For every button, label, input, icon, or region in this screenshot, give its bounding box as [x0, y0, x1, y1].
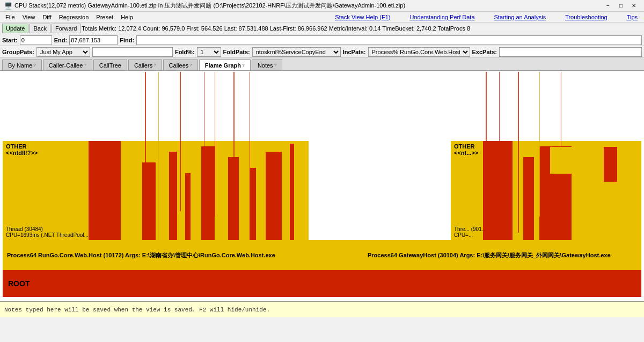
red-col-9: [290, 144, 294, 240]
understanding-perf-link[interactable]: Understanding Perf Data: [405, 13, 479, 21]
red-col-4: [185, 173, 191, 240]
end-label: End:: [54, 37, 67, 43]
foldpats-label: FoldPats:: [223, 49, 250, 55]
toolbar: Update Back Forward Totals Metric: 12,07…: [0, 23, 644, 34]
find-label: Find:: [120, 37, 134, 43]
incpats-select[interactable]: Process% RunGo.Core.Web.Host: [368, 47, 470, 57]
start-label: Start:: [2, 37, 18, 43]
tab-caller-callee[interactable]: Caller-Callee?: [43, 60, 92, 70]
menu-view[interactable]: View: [19, 13, 39, 21]
troubleshooting-link[interactable]: Troubleshooting: [561, 13, 611, 21]
vline-5: [215, 72, 215, 217]
red-col-r2: [523, 157, 534, 240]
vline-3: [180, 72, 181, 211]
excpats-label: ExcPats:: [472, 49, 497, 55]
start-input[interactable]: [20, 35, 52, 45]
fold-label: Fold%:: [175, 49, 195, 55]
menu-bar: File View Diff Regression Preset Help St…: [0, 12, 644, 23]
tab-notes[interactable]: Notes?: [252, 60, 282, 70]
folder-pattern-input[interactable]: [92, 47, 173, 57]
process-left-label: Process64 RunGo.Core.Web.Host (10172) Ar…: [7, 251, 275, 259]
main-content: ROOT Process64 RunGo.Core.Web.Host (1017…: [0, 71, 644, 301]
flame-graph[interactable]: ROOT Process64 RunGo.Core.Web.Host (1017…: [3, 72, 641, 297]
close-button[interactable]: ✕: [628, 2, 640, 10]
tabs-bar: By Name? Caller-Callee? CallTree Callers…: [0, 58, 644, 71]
grouppats-dropdown[interactable]: Just My App: [36, 47, 90, 57]
title-bar: 🖥️ CPU Stacks(12,072 metric) GatewayAdmi…: [0, 0, 644, 12]
window-title: CPU Stacks(12,072 metric) GatewayAdmin-1…: [14, 2, 602, 10]
red-col-8: [266, 152, 282, 240]
vline-6: [233, 72, 235, 233]
vline-1: [145, 72, 146, 240]
red-col-5: [201, 146, 215, 240]
end-input[interactable]: [69, 35, 118, 45]
red-col-7: [250, 168, 256, 240]
root-label: ROOT: [8, 279, 30, 288]
foldpats-select[interactable]: ntoskrnl%ServiceCopyEnd: [252, 47, 341, 57]
tips-link[interactable]: Tips: [623, 13, 642, 21]
tab-callers[interactable]: Callers?: [128, 60, 162, 70]
menu-diff[interactable]: Diff: [39, 13, 54, 21]
vline-r3: [518, 72, 519, 233]
vline-4: [204, 72, 204, 227]
tab-by-name[interactable]: By Name?: [2, 60, 42, 70]
grouppats-row: GroupPats: Just My App Fold%: 1 FoldPats…: [0, 46, 644, 58]
thread-left-info: Thread (30484) CPU=1693ms (.NET ThreadPo…: [3, 224, 309, 240]
vline-2: [158, 72, 159, 240]
grouppats-label: GroupPats:: [2, 49, 34, 55]
red-in-gold-right: [604, 147, 617, 182]
process-right-label: Process64 GatewayHost (30104) Args: E:\服…: [368, 251, 611, 259]
vline-r2: [499, 72, 500, 222]
menu-file[interactable]: File: [2, 13, 18, 21]
red-col-3: [169, 152, 177, 240]
red-col-r1: [483, 141, 513, 240]
red-col-2: [142, 162, 156, 240]
other-left-block: OTHER <<ntdll!?>> Thread (30484) CPU=169…: [3, 141, 309, 240]
vline-r1: [486, 72, 487, 240]
process-right-bar: Process64 GatewayHost (30104) Args: E:\服…: [363, 240, 641, 270]
menu-preset[interactable]: Preset: [93, 13, 116, 21]
notes-area: Notes typed here will be saved when the …: [0, 301, 644, 317]
incpats-label: IncPats:: [343, 49, 366, 55]
window-controls: − □ ✕: [602, 2, 640, 10]
fold-select[interactable]: 1: [197, 47, 221, 57]
maximize-button[interactable]: □: [615, 2, 627, 10]
back-button[interactable]: Back: [30, 24, 50, 33]
excpats-input[interactable]: [499, 47, 642, 57]
stack-view-help-link[interactable]: Stack View Help (F1): [331, 13, 394, 21]
update-button[interactable]: Update: [2, 24, 28, 33]
gold-block-top-right: [550, 147, 593, 174]
vline-r4: [539, 72, 540, 217]
menu-regression[interactable]: Regression: [56, 13, 92, 21]
red-col-1: [89, 141, 121, 240]
starting-analysis-link[interactable]: Starting an Analysis: [490, 13, 551, 21]
forward-button[interactable]: Forward: [52, 24, 80, 33]
root-bar: ROOT: [3, 270, 641, 297]
menu-help[interactable]: Help: [118, 13, 136, 21]
notes-text: Notes typed here will be saved when the …: [4, 307, 270, 313]
vline-7: [250, 72, 250, 222]
time-range-row: Start: End: Find:: [0, 34, 644, 46]
tab-flame-graph[interactable]: Flame Graph?: [199, 60, 251, 70]
find-input[interactable]: [136, 35, 642, 45]
other-left-label: OTHER <<ntdll!?>>: [3, 141, 309, 158]
totals-label: Totals Metric: 12,072.4 Count: 96,579.0 …: [82, 25, 470, 32]
tab-callees[interactable]: Callees?: [163, 60, 198, 70]
process-left-bar: Process64 RunGo.Core.Web.Host (10172) Ar…: [3, 240, 363, 270]
minimize-button[interactable]: −: [602, 2, 614, 10]
app-icon: 🖥️: [4, 2, 12, 10]
tab-call-tree[interactable]: CallTree: [93, 60, 127, 70]
gold-block-top-right2: [598, 147, 631, 182]
